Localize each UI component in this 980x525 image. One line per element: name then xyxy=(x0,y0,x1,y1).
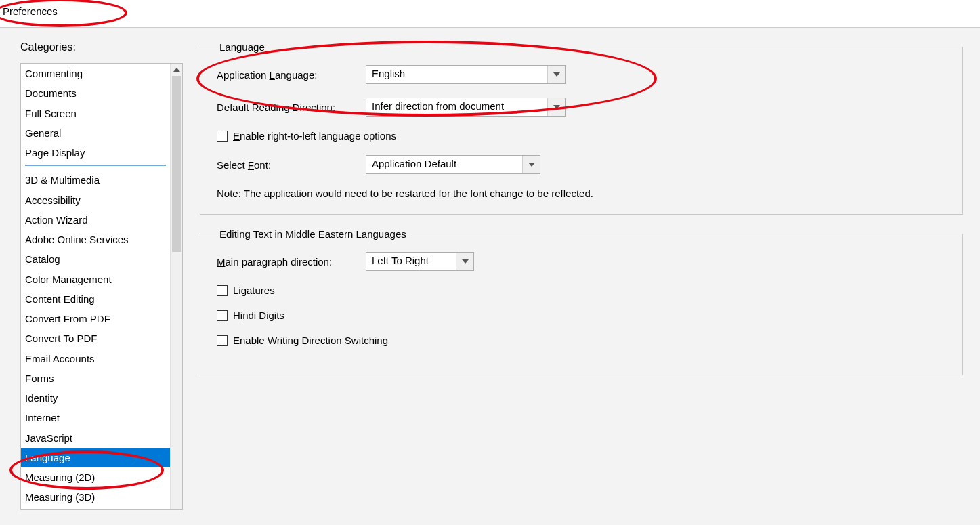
scroll-up-icon[interactable] xyxy=(171,64,182,76)
category-item[interactable]: Email Accounts xyxy=(21,349,170,369)
application-language-dropdown[interactable]: English xyxy=(366,65,566,84)
writing-direction-label: Enable Writing Direction Switching xyxy=(233,335,388,346)
categories-label: Categories: xyxy=(20,41,183,54)
category-item[interactable]: Accessibility xyxy=(21,190,170,210)
ligatures-checkbox-row[interactable]: Ligatures xyxy=(217,285,946,296)
hindi-digits-label: Hindi Digits xyxy=(233,310,284,321)
enable-rtl-label: Enable right-to-left language options xyxy=(233,130,396,142)
application-language-label: Application Language: xyxy=(217,69,366,81)
hindi-digits-checkbox-row[interactable]: Hindi Digits xyxy=(217,310,946,321)
category-item[interactable]: Measuring (Geo) xyxy=(21,507,170,510)
category-item[interactable]: Catalog xyxy=(21,249,170,269)
middle-eastern-group: Editing Text in Middle Eastern Languages… xyxy=(200,228,963,375)
category-item[interactable]: 3D & Multimedia xyxy=(21,170,170,190)
select-font-dropdown[interactable]: Application Default xyxy=(366,155,540,174)
ligatures-checkbox[interactable] xyxy=(217,285,228,296)
category-item[interactable]: Page Display xyxy=(21,143,170,163)
category-item[interactable]: Measuring (2D) xyxy=(21,467,170,487)
select-font-value: Application Default xyxy=(366,156,522,173)
window-titlebar: Preferences xyxy=(0,0,980,27)
language-group: Language Application Language: English D… xyxy=(200,41,963,215)
application-language-value: English xyxy=(366,66,547,83)
category-item[interactable]: Adobe Online Services xyxy=(21,230,170,249)
category-item[interactable]: Language xyxy=(21,448,170,467)
category-item[interactable]: Full Screen xyxy=(21,104,170,123)
writing-direction-checkbox-row[interactable]: Enable Writing Direction Switching xyxy=(217,335,946,346)
enable-rtl-checkbox-row[interactable]: Enable right-to-left language options xyxy=(217,130,946,142)
preferences-content: Language Application Language: English D… xyxy=(183,28,980,525)
category-item[interactable]: Internet xyxy=(21,408,170,427)
window-title: Preferences xyxy=(3,5,58,17)
chevron-down-icon xyxy=(547,66,565,83)
language-group-title: Language xyxy=(217,41,268,53)
main-paragraph-direction-dropdown[interactable]: Left To Right xyxy=(366,252,474,271)
category-item[interactable]: Content Editing xyxy=(21,289,170,309)
categories-scrollthumb[interactable] xyxy=(172,76,181,252)
chevron-down-icon xyxy=(547,98,565,116)
category-item[interactable]: Measuring (3D) xyxy=(21,487,170,507)
writing-direction-checkbox[interactable] xyxy=(217,335,228,346)
ligatures-label: Ligatures xyxy=(233,285,275,296)
hindi-digits-checkbox[interactable] xyxy=(217,310,228,321)
category-divider xyxy=(25,165,166,166)
main-paragraph-direction-label: Main paragraph direction: xyxy=(217,256,366,268)
enable-rtl-checkbox[interactable] xyxy=(217,131,228,142)
default-reading-direction-label: Default Reading Direction: xyxy=(217,102,366,113)
category-item[interactable]: Forms xyxy=(21,369,170,388)
categories-sidebar: Categories: CommentingDocumentsFull Scre… xyxy=(0,28,183,525)
category-item[interactable]: Convert To PDF xyxy=(21,329,170,348)
categories-scrollbar[interactable] xyxy=(170,64,182,509)
category-item[interactable]: Commenting xyxy=(21,64,170,83)
chevron-down-icon xyxy=(456,253,473,270)
category-item[interactable]: Identity xyxy=(21,388,170,408)
category-item[interactable]: Color Management xyxy=(21,270,170,289)
categories-listbox[interactable]: CommentingDocumentsFull ScreenGeneralPag… xyxy=(20,63,183,510)
category-item[interactable]: General xyxy=(21,123,170,143)
default-reading-direction-value: Infer direction from document xyxy=(366,98,547,116)
default-reading-direction-dropdown[interactable]: Infer direction from document xyxy=(366,98,566,117)
middle-eastern-group-title: Editing Text in Middle Eastern Languages xyxy=(217,228,409,240)
category-item[interactable]: Action Wizard xyxy=(21,210,170,230)
main-paragraph-direction-value: Left To Right xyxy=(366,253,456,270)
select-font-label: Select Font: xyxy=(217,159,366,171)
font-restart-note: Note: The application would need to be r… xyxy=(217,188,946,199)
category-item[interactable]: JavaScript xyxy=(21,428,170,448)
category-item[interactable]: Convert From PDF xyxy=(21,309,170,329)
chevron-down-icon xyxy=(522,156,540,173)
category-item[interactable]: Documents xyxy=(21,83,170,103)
